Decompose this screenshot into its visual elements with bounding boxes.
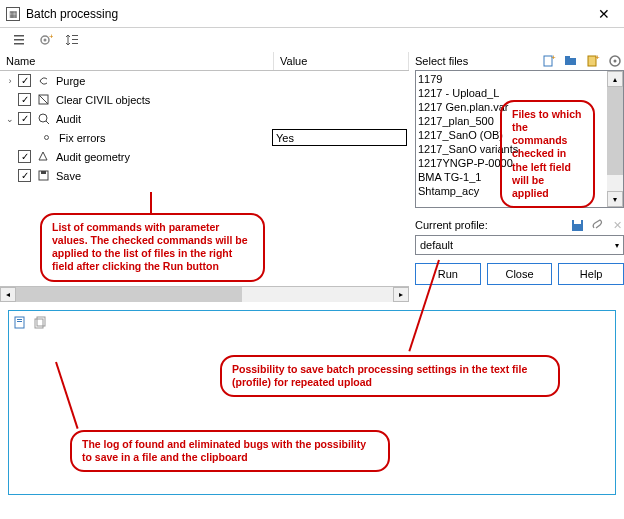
svg-text:+: + [551, 54, 556, 62]
svg-rect-28 [17, 321, 22, 322]
scroll-down-icon[interactable]: ▾ [607, 191, 623, 207]
files-add-folder-icon[interactable] [564, 54, 578, 68]
list-item[interactable]: 1217_SanO (OB) [418, 128, 605, 142]
svg-rect-26 [15, 317, 24, 328]
list-item[interactable]: 1179 [418, 72, 605, 86]
profile-select[interactable]: default ▾ [415, 235, 624, 255]
command-icon [37, 112, 50, 125]
audit-geom-label: Audit geometry [54, 151, 409, 163]
svg-rect-1 [14, 39, 24, 41]
list-item[interactable]: Shtamp_acy [418, 184, 605, 198]
svg-rect-7 [72, 39, 78, 40]
chevron-down-icon: ▾ [615, 241, 619, 250]
help-button[interactable]: Help [558, 263, 624, 285]
svg-text:+: + [49, 33, 53, 41]
files-add-list-icon[interactable]: + [586, 54, 600, 68]
scroll-right-icon[interactable]: ▸ [393, 287, 409, 302]
log-panel[interactable] [8, 310, 616, 495]
expander-icon[interactable]: ⌄ [4, 114, 16, 124]
profile-delete-icon[interactable]: ✕ [610, 218, 624, 232]
list-item[interactable]: 1217 Gen.plan.var [418, 100, 605, 114]
svg-rect-27 [17, 319, 22, 320]
clear-civil-checkbox[interactable]: ✓ [18, 93, 31, 106]
scroll-left-icon[interactable]: ◂ [0, 287, 16, 302]
list-item[interactable]: 1217 - Upload_L [418, 86, 605, 100]
expander-icon[interactable]: › [4, 76, 16, 86]
app-icon: ▦ [6, 7, 20, 21]
svg-rect-0 [14, 35, 24, 37]
gear-add-icon[interactable]: + [38, 32, 54, 48]
profile-selected-value: default [420, 239, 615, 251]
collapse-expand-icon[interactable] [64, 32, 80, 48]
command-tree[interactable]: › ✓ Purge ✓ Clear CIVIL objects ⌄ ✓ Audi… [0, 71, 409, 286]
svg-rect-25 [574, 220, 581, 224]
file-list[interactable]: 1179 1217 - Upload_L 1217 Gen.plan.var 1… [416, 71, 607, 207]
svg-point-23 [614, 60, 617, 63]
svg-rect-18 [565, 58, 576, 65]
command-icon [37, 74, 50, 87]
profile-attach-icon[interactable] [590, 218, 604, 232]
log-copy-icon[interactable] [33, 315, 47, 329]
audit-label: Audit [54, 113, 409, 125]
command-icon [37, 150, 50, 163]
run-button[interactable]: Run [415, 263, 481, 285]
fix-errors-value-input[interactable]: Yes [272, 129, 407, 146]
current-profile-label: Current profile: [415, 219, 564, 231]
svg-rect-19 [565, 56, 570, 59]
save-label: Save [54, 170, 409, 182]
value-column-header[interactable]: Value [274, 52, 409, 70]
list-item[interactable]: BMA TG-1_1 [418, 170, 605, 184]
purge-label: Purge [54, 75, 409, 87]
clear-civil-label: Clear CIVIL objects [54, 94, 409, 106]
svg-line-10 [39, 95, 48, 104]
scroll-up-icon[interactable]: ▴ [607, 71, 623, 87]
close-window-button[interactable]: ✕ [584, 0, 624, 28]
name-column-header[interactable]: Name [0, 52, 274, 70]
horizontal-scrollbar[interactable]: ◂ ▸ [0, 286, 409, 302]
svg-line-12 [46, 121, 49, 124]
list-item[interactable]: 1217_SanO variants [418, 142, 605, 156]
list-item[interactable]: 1217_plan_500 [418, 114, 605, 128]
vertical-scrollbar[interactable]: ▴ ▾ [607, 71, 623, 207]
close-button[interactable]: Close [487, 263, 553, 285]
svg-point-4 [44, 39, 47, 42]
svg-text:+: + [595, 54, 600, 62]
profile-save-icon[interactable] [570, 218, 584, 232]
svg-rect-6 [72, 35, 78, 36]
files-settings-icon[interactable] [608, 54, 622, 68]
svg-rect-8 [72, 43, 78, 44]
svg-rect-15 [41, 171, 46, 174]
audit-geom-checkbox[interactable]: ✓ [18, 150, 31, 163]
files-add-single-icon[interactable]: + [542, 54, 556, 68]
window-title: Batch processing [26, 7, 584, 21]
svg-rect-29 [35, 319, 43, 328]
save-checkbox[interactable]: ✓ [18, 169, 31, 182]
svg-rect-2 [14, 43, 24, 45]
purge-checkbox[interactable]: ✓ [18, 74, 31, 87]
svg-marker-13 [39, 152, 47, 160]
command-icon [37, 169, 50, 182]
svg-rect-30 [37, 317, 45, 326]
command-icon [37, 93, 50, 106]
categorize-icon[interactable] [12, 32, 28, 48]
list-item[interactable]: 1217YNGP-P-0000 [418, 156, 605, 170]
fix-errors-label: Fix errors [57, 132, 272, 144]
select-files-label: Select files [415, 55, 542, 67]
audit-checkbox[interactable]: ✓ [18, 112, 31, 125]
svg-point-11 [39, 114, 47, 122]
log-save-icon[interactable] [13, 315, 27, 329]
param-icon [40, 131, 53, 144]
